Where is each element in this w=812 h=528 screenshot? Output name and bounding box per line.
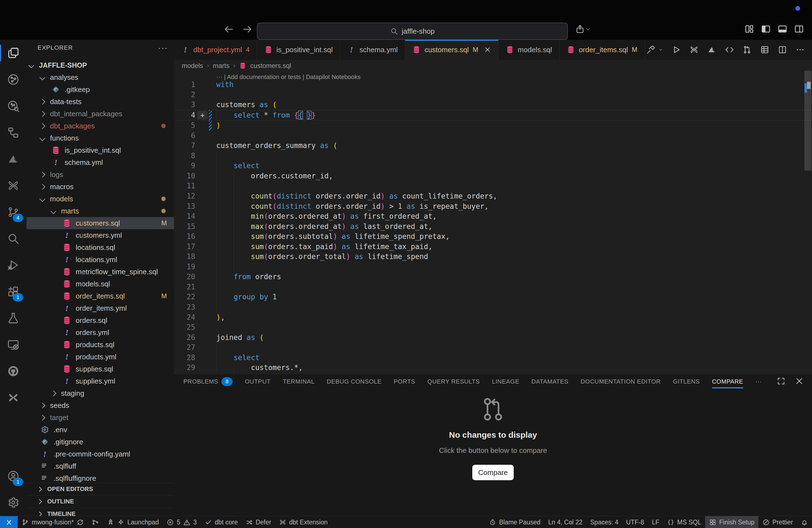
play-action-icon[interactable] — [672, 45, 681, 54]
panel-more-tabs[interactable]: ··· — [755, 374, 762, 390]
code-line-8[interactable]: 8 — [174, 151, 812, 161]
code-line-24[interactable]: 24), — [174, 312, 812, 323]
split-action-icon[interactable] — [778, 45, 787, 54]
code-line-7[interactable]: 7customer_orders_summary as ( — [174, 141, 812, 151]
code-line-16[interactable]: 16 sum(orders.subtotal) as lifetime_spen… — [174, 231, 812, 241]
panel-tab-datamates[interactable]: DATAMATES — [532, 374, 568, 390]
status-remote-indicator[interactable] — [0, 516, 18, 528]
activity-item-dbt-docs[interactable] — [0, 384, 27, 411]
status-source-control-graph[interactable] — [88, 516, 103, 528]
tree-item-products-sql[interactable]: products.sql — [27, 339, 174, 351]
tree-item-jaffle-shop[interactable]: JAFFLE-SHOP — [27, 59, 174, 71]
breadcrumb-item[interactable]: models — [182, 62, 203, 70]
close-icon[interactable] — [484, 46, 491, 53]
code-line-27[interactable]: 27 — [174, 342, 812, 353]
tree-item-target[interactable]: target — [27, 411, 174, 424]
tree-item-analyses[interactable]: analyses — [27, 71, 174, 84]
code-line-14[interactable]: 14 min(orders.ordered_at) as first_order… — [174, 211, 812, 221]
tree-item-supplies-sql[interactable]: supplies.sql — [27, 363, 174, 375]
code-line-12[interactable]: 12 count(distinct orders.order_id) as co… — [174, 191, 812, 201]
share-button[interactable] — [575, 24, 591, 34]
status-dbt-extension[interactable]: dbt Extension — [275, 516, 331, 528]
close-panel-icon[interactable] — [795, 377, 804, 385]
tab-order-items-sql[interactable]: order_items.sqlM — [560, 40, 645, 60]
activity-item-project-hierarchy[interactable] — [0, 119, 27, 146]
code-line-26[interactable]: 26joined as ( — [174, 333, 812, 343]
status-problems-summary[interactable]: 53 — [163, 516, 201, 528]
tree-item-order-items-sql[interactable]: order_items.sqlM — [27, 290, 174, 302]
code-line-29[interactable]: 29 customers.*, — [174, 363, 812, 373]
code-line-4[interactable]: +4 select * from {{ }} — [174, 110, 812, 121]
section-timeline[interactable]: TIMELINE — [27, 508, 174, 516]
more-action-icon[interactable] — [795, 45, 805, 54]
status-encoding[interactable]: UTF-8 — [622, 516, 648, 528]
tree-item--gitignore[interactable]: .gitignore — [27, 436, 174, 448]
tree-item-marts[interactable]: marts — [27, 205, 174, 217]
tree-item-dbt-internal-packages[interactable]: dbt_internal_packages — [27, 108, 174, 120]
activity-item-dbt-power-user[interactable] — [0, 172, 27, 199]
activity-item-extensions[interactable]: 1 — [0, 278, 27, 305]
status-eol[interactable]: LF — [648, 516, 663, 528]
tree-item-staging[interactable]: staging — [27, 387, 174, 399]
code-line-2[interactable]: 2 — [174, 90, 812, 100]
tree-item-supplies-yml[interactable]: !supplies.yml — [27, 375, 174, 387]
tree-item-macros[interactable]: macros — [27, 180, 174, 193]
activity-item-accounts[interactable]: 1 — [0, 463, 27, 489]
panel-tab-terminal[interactable]: TERMINAL — [283, 374, 315, 390]
code-line-9[interactable]: 9 select — [174, 161, 812, 171]
toggle-sidebar-icon[interactable] — [760, 24, 771, 34]
tree-item--env[interactable]: .env — [27, 424, 174, 436]
activity-item-remote-explorer[interactable] — [0, 332, 27, 358]
tableic-action-icon[interactable] — [760, 45, 769, 54]
tree-item-models[interactable]: models — [27, 193, 174, 205]
tree-item--gitkeep[interactable]: .gitkeep — [27, 84, 174, 96]
breadcrumb-item[interactable]: marts — [213, 62, 230, 70]
maximize-panel-icon[interactable] — [777, 377, 785, 385]
tree-item-order-items-yml[interactable]: !order_items.yml — [27, 302, 174, 314]
section-outline[interactable]: OUTLINE — [27, 495, 174, 508]
compare-button[interactable]: Compare — [472, 465, 514, 480]
tree-item-locations-sql[interactable]: locations.sql — [27, 241, 174, 253]
tree-item--pre-commit-config-yaml[interactable]: !.pre-commit-config.yaml — [27, 448, 174, 460]
status-launchpad[interactable]: Launchpad — [103, 516, 163, 528]
command-center-search[interactable]: jaffle-shop — [257, 23, 568, 40]
toggle-secondary-sidebar-icon[interactable] — [794, 24, 804, 34]
tree-item-logs[interactable]: logs — [27, 168, 174, 180]
code-line-10[interactable]: 10 orders.customer_id, — [174, 171, 812, 181]
code-line-25[interactable]: 25 — [174, 322, 812, 333]
activity-item-testing[interactable] — [0, 305, 27, 332]
panel-tab-debug-console[interactable]: DEBUG CONSOLE — [327, 374, 381, 390]
code-line-21[interactable]: 21 — [174, 282, 812, 292]
mountain-action-icon[interactable] — [707, 45, 716, 54]
status-language-mode[interactable]: MS SQL — [663, 516, 705, 528]
tree-item-is-positive-int-sql[interactable]: is_positive_int.sql — [27, 144, 174, 156]
tree-item-metricflow-time-spine-sql[interactable]: metricflow_time_spine.sql — [27, 266, 174, 278]
activity-item-dbt-lineage[interactable] — [0, 66, 27, 93]
status-dbt-core[interactable]: dbt core — [201, 516, 242, 528]
tab-dbt-project-yml[interactable]: !dbt_project.yml4 — [174, 40, 257, 60]
tree-item-orders-yml[interactable]: !orders.yml — [27, 326, 174, 339]
tab-schema-yml[interactable]: !schema.yml — [340, 40, 405, 60]
tree-item-orders-sql[interactable]: orders.sql — [27, 314, 174, 326]
back-arrow-icon[interactable] — [223, 24, 234, 35]
tab-customers-sql[interactable]: customers.sqlM — [405, 40, 498, 60]
panel-tab-query-results[interactable]: QUERY RESULTS — [427, 374, 480, 390]
panel-tab-gitlens[interactable]: GITLENS — [673, 374, 700, 390]
toggle-panel-icon[interactable] — [777, 24, 788, 34]
hammer-action-icon[interactable] — [646, 45, 656, 54]
tree-item-models-sql[interactable]: models.sql — [27, 278, 174, 290]
codeic-action-icon[interactable] — [725, 45, 734, 54]
tree-item-customers-yml[interactable]: !customers.yml — [27, 229, 174, 241]
panel-tab-output[interactable]: OUTPUT — [245, 374, 271, 390]
code-line-20[interactable]: 20 from orders — [174, 272, 812, 282]
code-line-5[interactable]: 5) — [174, 120, 812, 131]
code-line-11[interactable]: 11 — [174, 181, 812, 191]
code-line-19[interactable]: 19 — [174, 262, 812, 272]
code-line-17[interactable]: 17 sum(orders.tax_paid) as lifetime_tax_… — [174, 241, 812, 252]
code-line-18[interactable]: 18 sum(orders.order_total) as lifetime_s… — [174, 252, 812, 262]
status-cursor-position[interactable]: Ln 4, Col 22 — [545, 516, 586, 528]
activity-item-settings[interactable] — [0, 489, 27, 516]
panel-tab-lineage[interactable]: LINEAGE — [492, 374, 519, 390]
tab-is-positive-int-sql[interactable]: is_positive_int.sql — [257, 40, 340, 60]
tree-item-schema-yml[interactable]: !schema.yml — [27, 156, 174, 168]
